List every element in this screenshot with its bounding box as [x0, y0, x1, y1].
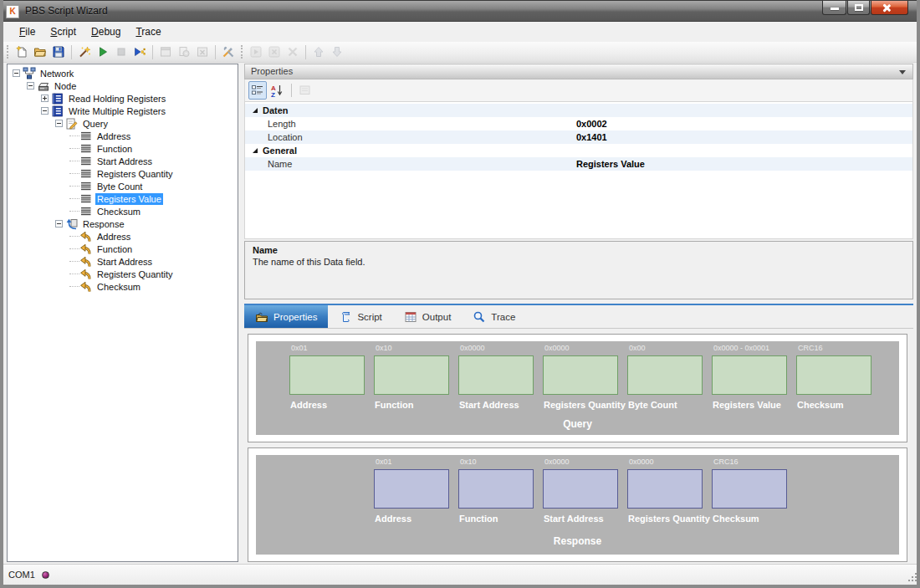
com-status-led-icon — [42, 571, 49, 579]
property-name: Name — [268, 157, 292, 171]
tab-script[interactable]: Script — [328, 305, 392, 328]
property-description-title: Name — [253, 245, 905, 255]
property-category-daten[interactable]: Daten — [245, 104, 912, 117]
chevron-down-icon[interactable] — [899, 70, 906, 74]
query-field-box-checksum[interactable] — [796, 355, 871, 395]
query-field-box-byte-count[interactable] — [627, 355, 703, 395]
tab-properties[interactable]: Properties — [244, 305, 328, 328]
tree-item-registers-quantity[interactable]: Registers Quantity — [8, 268, 238, 280]
expand-icon[interactable] — [41, 95, 49, 102]
toolbar-button-step[interactable] — [130, 43, 149, 61]
query-field-box-registers-value[interactable] — [712, 355, 787, 395]
collapse-icon[interactable] — [55, 220, 63, 228]
tab-label: Script — [357, 312, 381, 322]
tree-item-response[interactable]: Response — [8, 217, 238, 230]
menu-trace[interactable]: Trace — [128, 23, 168, 40]
menu-debug[interactable]: Debug — [84, 23, 128, 40]
tools-icon — [222, 45, 235, 59]
tab-output[interactable]: Output — [393, 305, 463, 328]
maximize-button[interactable] — [847, 1, 870, 15]
arrow-down-icon — [330, 45, 344, 59]
tree-item-query[interactable]: Query — [8, 117, 238, 130]
menu-file[interactable]: File — [12, 23, 43, 40]
toolbar-button-wizard[interactable] — [75, 43, 94, 61]
property-value[interactable]: Registers Value — [576, 157, 645, 171]
tree-connector — [69, 135, 79, 136]
collapse-icon[interactable] — [41, 107, 49, 115]
propgrid-button-categorized[interactable] — [248, 81, 267, 100]
property-grid: DatenLength0x0002Location0x1401GeneralNa… — [244, 101, 913, 239]
tree-item-read-holding-registers[interactable]: Read Holding Registers — [8, 92, 238, 105]
response-field-box-registers-quantity[interactable] — [627, 469, 703, 509]
toolbar-button-new-file[interactable] — [13, 43, 31, 61]
data-icon — [79, 130, 93, 143]
tree-connector — [69, 186, 79, 187]
toolbar-button-open-file[interactable] — [31, 43, 49, 61]
tree-item-checksum[interactable]: Checksum — [8, 205, 238, 217]
tree-item-write-multiple-registers[interactable]: Write Multiple Registers — [8, 105, 238, 117]
tab-label: Trace — [491, 312, 515, 322]
field-value: 0x0000 — [460, 344, 485, 352]
collapse-icon[interactable] — [13, 69, 20, 77]
field-label: Checksum — [713, 514, 759, 524]
propgrid-button-az-sort[interactable]: AZ — [268, 81, 286, 100]
right-panel: Properties AZ DatenLength0x0002Location0… — [244, 64, 913, 562]
property-row-length[interactable]: Length0x0002 — [245, 117, 912, 130]
step-icon — [133, 45, 146, 59]
tree-item-label: Network — [38, 68, 75, 79]
query-field-box-address[interactable] — [289, 355, 365, 395]
tree-item-node[interactable]: Node — [8, 79, 238, 92]
tree-item-byte-count[interactable]: Byte Count — [8, 180, 238, 192]
collapse-icon[interactable] — [27, 82, 34, 89]
toolbar-button-save[interactable] — [49, 43, 68, 61]
title-bar: K PBS Script Wizard — [0, 0, 920, 22]
tree-item-start-address[interactable]: Start Address — [8, 155, 238, 167]
response-icon — [65, 217, 79, 231]
toolbar-button-tools[interactable] — [219, 43, 238, 61]
property-value[interactable]: 0x1401 — [576, 130, 607, 144]
category-expanded-icon[interactable] — [253, 148, 258, 153]
tree-item-registers-value[interactable]: Registers Value — [8, 192, 238, 205]
tree-item-address[interactable]: Address — [8, 230, 238, 243]
arrow-up-icon — [312, 45, 325, 59]
tree-item-address[interactable]: Address — [8, 130, 238, 142]
query-field-box-start-address[interactable] — [458, 355, 534, 395]
toolbar-button-stop — [112, 43, 130, 61]
propgrid-toolbar-separator — [291, 84, 292, 97]
close-button[interactable] — [871, 1, 908, 15]
tree-item-network[interactable]: Network — [8, 67, 238, 79]
toolbar-button-window — [156, 43, 175, 61]
tree-item-label: Write Multiple Registers — [67, 105, 167, 117]
save-icon — [52, 45, 65, 59]
tree-item-function[interactable]: Function — [8, 142, 238, 155]
query-field-box-registers-quantity[interactable] — [543, 355, 618, 395]
response-field-box-checksum[interactable] — [712, 469, 787, 509]
property-row-name[interactable]: NameRegisters Value — [245, 157, 912, 171]
tree-item-registers-quantity[interactable]: Registers Quantity — [8, 167, 238, 180]
tree-item-checksum[interactable]: Checksum — [8, 280, 238, 293]
field-value: 0x0000 - 0x0001 — [713, 344, 769, 352]
property-row-location[interactable]: Location0x1401 — [245, 130, 912, 144]
field-value: 0x01 — [376, 458, 392, 466]
response-field-box-function[interactable] — [458, 469, 534, 509]
run-icon — [96, 45, 110, 59]
property-category-general[interactable]: General — [245, 144, 912, 157]
response-field-box-start-address[interactable] — [543, 469, 618, 509]
tab-trace[interactable]: Trace — [462, 305, 526, 328]
tree-item-start-address[interactable]: Start Address — [8, 255, 238, 268]
toolbar-button-run[interactable] — [94, 43, 112, 61]
property-value[interactable]: 0x0002 — [576, 117, 607, 130]
response-diagram-panel: 0x01Address0x10Function0x0000Start Addre… — [248, 447, 907, 562]
minimize-button[interactable] — [822, 1, 846, 15]
tree-item-function[interactable]: Function — [8, 243, 238, 255]
resize-grip[interactable] — [907, 572, 917, 582]
query-field-box-function[interactable] — [374, 355, 449, 395]
field-label: Registers Quantity — [544, 400, 626, 410]
tab-label: Properties — [273, 312, 317, 322]
response-field-box-address[interactable] — [374, 469, 449, 509]
menu-script[interactable]: Script — [43, 23, 84, 40]
category-expanded-icon[interactable] — [253, 108, 258, 113]
properties-panel-header[interactable]: Properties — [244, 64, 913, 79]
field-value: 0x10 — [460, 458, 477, 466]
collapse-icon[interactable] — [55, 120, 63, 127]
